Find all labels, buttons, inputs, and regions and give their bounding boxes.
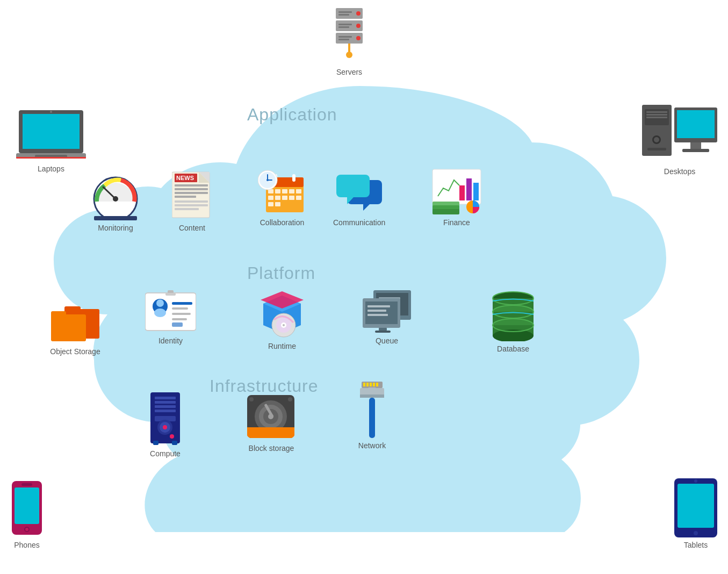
compute-icon (145, 392, 185, 446)
svg-rect-114 (379, 328, 387, 331)
content-icon: NEWS (172, 169, 212, 220)
svg-rect-127 (155, 397, 176, 399)
collaboration-label: Collaboration (260, 218, 305, 227)
runtime-label: Runtime (268, 342, 296, 350)
svg-rect-85 (145, 293, 196, 331)
block-storage-label: Block storage (249, 444, 294, 453)
svg-rect-7 (338, 36, 352, 38)
svg-rect-161 (21, 483, 32, 486)
svg-point-26 (654, 137, 659, 142)
identity-item: Identity (145, 290, 196, 345)
svg-point-166 (694, 479, 697, 483)
svg-rect-55 (268, 196, 273, 200)
database-label: Database (497, 345, 529, 353)
svg-rect-46 (175, 204, 208, 206)
svg-point-167 (694, 531, 698, 535)
svg-rect-51 (275, 189, 280, 193)
tablets-label: Tablets (684, 541, 708, 549)
laptops-item: Laptops (16, 110, 86, 173)
svg-rect-42 (175, 188, 208, 190)
svg-rect-137 (172, 441, 177, 445)
runtime-icon (258, 285, 306, 339)
svg-rect-83 (51, 314, 86, 341)
collaboration-item: Collaboration (258, 167, 306, 227)
monitoring-label: Monitoring (98, 224, 133, 232)
network-icon (357, 382, 387, 438)
svg-rect-4 (338, 14, 349, 16)
svg-point-163 (25, 528, 28, 531)
finance-icon (430, 167, 484, 215)
svg-rect-41 (175, 184, 208, 186)
svg-point-134 (163, 425, 167, 429)
svg-rect-111 (367, 305, 390, 307)
phones-item: Phones (11, 481, 43, 549)
svg-rect-165 (677, 484, 714, 528)
svg-rect-15 (23, 114, 80, 149)
svg-point-34 (113, 196, 118, 202)
svg-rect-22 (646, 111, 667, 113)
content-item: NEWS Content (172, 169, 212, 232)
svg-rect-60 (268, 202, 273, 206)
svg-rect-44 (175, 196, 196, 198)
runtime-item: Runtime (258, 285, 306, 350)
content-label: Content (179, 224, 205, 232)
svg-rect-56 (275, 196, 280, 200)
svg-point-90 (154, 308, 166, 317)
queue-icon (360, 288, 414, 333)
svg-rect-82 (64, 306, 81, 313)
desktops-icon (642, 105, 717, 164)
svg-rect-146 (247, 431, 294, 438)
svg-rect-5 (338, 24, 352, 25)
svg-rect-59 (296, 196, 301, 200)
compute-label: Compute (150, 449, 181, 458)
svg-rect-43 (175, 192, 208, 194)
queue-item: Queue (360, 288, 414, 345)
communication-label: Communication (333, 218, 385, 227)
svg-point-148 (288, 397, 292, 401)
svg-rect-76 (473, 183, 479, 200)
svg-rect-94 (172, 318, 187, 320)
svg-point-89 (156, 299, 164, 307)
svg-rect-54 (296, 189, 301, 193)
svg-rect-136 (153, 441, 158, 445)
svg-rect-112 (367, 310, 386, 312)
identity-icon (145, 290, 196, 333)
svg-point-9 (356, 11, 361, 16)
svg-rect-75 (466, 178, 472, 200)
svg-rect-79 (433, 209, 459, 214)
svg-rect-160 (15, 487, 39, 524)
phones-label: Phones (14, 541, 39, 549)
communication-item: Communication (333, 172, 385, 227)
database-icon (489, 288, 537, 341)
laptops-label: Laptops (38, 164, 64, 173)
svg-rect-71 (336, 175, 370, 197)
svg-point-13 (346, 52, 352, 58)
svg-marker-70 (363, 204, 370, 211)
block-storage-item: Block storage (247, 392, 295, 453)
communication-icon (334, 172, 385, 215)
object-storage-item: Object Storage (48, 301, 102, 356)
queue-label: Queue (376, 336, 398, 345)
svg-text:NEWS: NEWS (176, 175, 194, 181)
svg-rect-57 (282, 196, 287, 200)
svg-rect-158 (369, 398, 375, 438)
tablets-item: Tablets (674, 478, 717, 549)
svg-rect-61 (275, 202, 280, 206)
desktops-item: Desktops (642, 105, 717, 176)
svg-rect-30 (690, 142, 701, 149)
tablets-icon (674, 478, 717, 537)
svg-rect-87 (165, 293, 176, 296)
svg-rect-8 (338, 39, 349, 40)
svg-rect-154 (376, 383, 378, 386)
svg-rect-115 (375, 331, 391, 333)
application-title: Application (247, 105, 337, 125)
svg-rect-74 (459, 185, 465, 200)
svg-rect-63 (292, 174, 295, 182)
svg-point-16 (50, 111, 52, 113)
monitoring-item: Monitoring (91, 172, 140, 232)
svg-point-10 (356, 24, 361, 28)
servers-icon (330, 5, 368, 64)
svg-rect-47 (175, 208, 199, 210)
database-item: Database (489, 288, 537, 353)
svg-point-11 (356, 36, 361, 40)
